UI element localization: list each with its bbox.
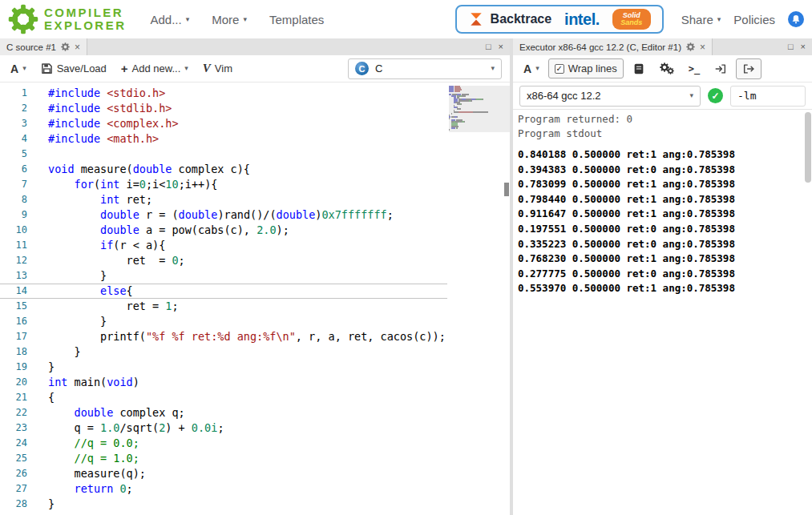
font-size-button[interactable]: A ▾ <box>518 59 545 78</box>
gears-icon <box>660 62 674 74</box>
share-menu[interactable]: Share ▾ <box>681 13 721 26</box>
vim-label: Vim <box>215 62 232 74</box>
chevron-down-icon: ▾ <box>717 16 721 23</box>
tab-close-icon[interactable]: × <box>700 42 705 52</box>
code-lines: 1#include <stdio.h>2#include <stdlib.h>3… <box>0 86 447 512</box>
chevron-down-icon: ▾ <box>184 65 188 72</box>
code-line[interactable]: 14 else{ <box>0 284 447 299</box>
executor-pane: Executor x86-64 gcc 12.2 (C, Editor #1) … <box>513 38 812 515</box>
terminal-button[interactable]: >_ <box>683 60 705 78</box>
code-line[interactable]: 13 } <box>0 268 447 284</box>
sponsor-banner[interactable]: Backtrace intel. Solid Sands <box>455 5 664 34</box>
executor-settings-button[interactable] <box>654 59 680 78</box>
code-line[interactable]: 20int main(void) <box>0 375 447 390</box>
code-text: { <box>27 390 55 405</box>
code-line[interactable]: 2#include <stdlib.h> <box>0 101 447 116</box>
tab-settings-gear-icon[interactable] <box>686 42 695 51</box>
code-line[interactable]: 23 q = 1.0/sqrt(2) + 0.0i; <box>0 420 447 436</box>
logo-line1: COMPILER <box>44 6 127 19</box>
tab-settings-gear-icon[interactable] <box>61 42 70 51</box>
compiler-select[interactable]: x86-64 gcc 12.2 ▾ <box>519 86 701 107</box>
font-size-button[interactable]: A ▾ <box>5 59 32 78</box>
compile-status-ok-icon[interactable]: ✓ <box>708 88 723 103</box>
line-number: 21 <box>0 390 27 405</box>
logo[interactable]: COMPILER EXPLORER <box>8 4 127 34</box>
code-line[interactable]: 19} <box>0 360 447 375</box>
code-line[interactable]: 3#include <complex.h> <box>0 116 447 131</box>
code-line[interactable]: 6void measure(double complex c){ <box>0 162 447 177</box>
code-editor[interactable]: 1#include <stdio.h>2#include <stdlib.h>3… <box>0 82 510 515</box>
code-line[interactable]: 27 return 0; <box>0 481 447 497</box>
stdin-button[interactable] <box>709 59 733 78</box>
code-line[interactable]: 25 //q = 1.0; <box>0 451 447 466</box>
code-line[interactable]: 22 double complex q; <box>0 405 447 420</box>
code-text: //q = 0.0; <box>27 436 139 451</box>
output-scrollbar[interactable] <box>804 110 812 515</box>
code-line[interactable]: 7 for(int i=0;i<10;i++){ <box>0 177 447 192</box>
policies-label: Policies <box>733 13 775 26</box>
code-text: #include <stdio.h> <box>27 86 165 101</box>
checkbox-checked-icon: ✓ <box>555 64 564 74</box>
code-line[interactable]: 4#include <math.h> <box>0 131 447 147</box>
compiler-explorer-app: COMPILER EXPLORER Add... ▾ More ▾ Templa… <box>0 0 812 515</box>
code-line[interactable]: 16 } <box>0 314 447 329</box>
add-new-label: Add new... <box>132 62 181 74</box>
language-select[interactable]: C C ▾ <box>348 58 502 79</box>
output-scrollbar-thumb[interactable] <box>805 112 811 183</box>
menu-add[interactable]: Add... ▾ <box>151 13 190 26</box>
wrap-lines-toggle[interactable]: ✓ Wrap lines <box>548 58 624 78</box>
notification-bell-icon[interactable] <box>788 11 804 27</box>
menu-more[interactable]: More ▾ <box>212 13 247 26</box>
stdout-line: 0.840188 0.500000 ret:1 ang:0.785398 <box>518 147 801 163</box>
tab-executor[interactable]: Executor x86-64 gcc 12.2 (C, Editor #1) … <box>513 38 713 55</box>
code-line[interactable]: 21{ <box>0 390 447 405</box>
code-line[interactable]: 24 //q = 0.0; <box>0 436 447 451</box>
code-line[interactable]: 26 measure(q); <box>0 466 447 481</box>
menu-templates[interactable]: Templates <box>269 13 324 26</box>
code-text: ret = 1; <box>27 299 179 314</box>
minimap[interactable] <box>449 86 510 515</box>
code-line[interactable]: 10 double a = pow(cabs(c), 2.0); <box>0 223 447 238</box>
code-text: q = 1.0/sqrt(2) + 0.0i; <box>27 420 224 436</box>
tab-close-icon[interactable]: × <box>75 42 80 52</box>
code-line[interactable]: 1#include <stdio.h> <box>0 86 447 101</box>
code-line[interactable]: 28} <box>0 497 447 512</box>
sign-out-icon <box>742 62 755 75</box>
open-in-editor-button[interactable] <box>736 58 762 79</box>
code-line[interactable]: 18 } <box>0 344 447 360</box>
compiler-options-input[interactable] <box>730 86 806 107</box>
code-line[interactable]: 12 ret = 0; <box>0 253 447 268</box>
editor-scrollbar-thumb[interactable] <box>504 183 509 196</box>
code-line[interactable]: 11 if(r < a){ <box>0 238 447 253</box>
code-line[interactable]: 5 <box>0 147 447 162</box>
maximize-icon[interactable]: □ <box>486 42 491 51</box>
code-line[interactable]: 17 printf("%f %f ret:%d ang:%f\n", r, a,… <box>0 329 447 344</box>
code-line[interactable]: 8 int ret; <box>0 192 447 207</box>
line-number: 9 <box>0 207 27 223</box>
menu-more-label: More <box>212 13 239 26</box>
plus-icon: + <box>121 62 128 74</box>
close-icon[interactable]: × <box>801 42 806 51</box>
tab-c-source[interactable]: C source #1 × <box>0 38 87 55</box>
save-load-button[interactable]: Save/Load <box>35 59 112 78</box>
tab-c-source-label: C source #1 <box>6 42 56 52</box>
source-toolbar: A ▾ Save/Load + Add new... ▾ <box>0 55 510 82</box>
minimap-slider[interactable] <box>449 86 510 132</box>
policies-menu[interactable]: Policies <box>733 13 775 26</box>
sign-in-icon <box>714 62 727 75</box>
code-text: } <box>27 344 81 360</box>
maximize-icon[interactable]: □ <box>788 42 794 51</box>
code-text: } <box>27 314 107 329</box>
terminal-icon: >_ <box>689 63 700 74</box>
code-text: } <box>27 497 55 512</box>
code-text: int ret; <box>27 192 152 207</box>
code-line[interactable]: 9 double r = (double)rand()/(double)0x7f… <box>0 207 447 223</box>
vim-button[interactable]: V Vim <box>197 58 238 78</box>
code-text: #include <math.h> <box>27 131 159 147</box>
compilation-output-button[interactable] <box>627 59 651 78</box>
close-icon[interactable]: × <box>499 42 503 51</box>
chevron-down-icon: ▾ <box>689 92 693 99</box>
chevron-down-icon: ▾ <box>535 65 539 72</box>
add-new-button[interactable]: + Add new... ▾ <box>115 59 194 78</box>
code-line[interactable]: 15 ret = 1; <box>0 299 447 314</box>
